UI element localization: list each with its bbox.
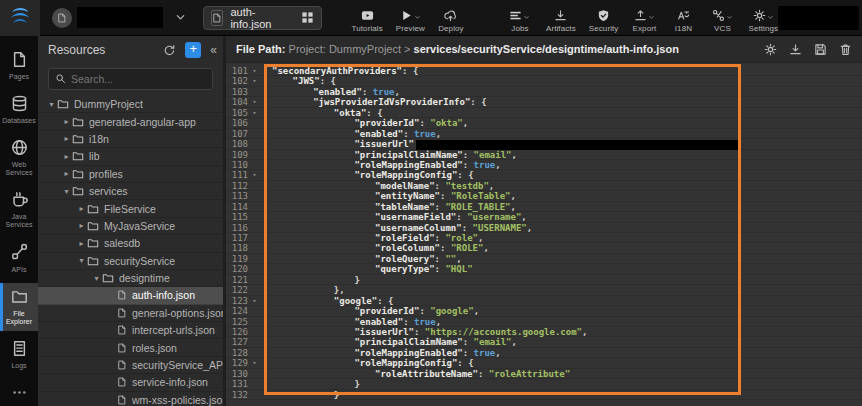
tree-item-general-options-json[interactable]: general-options.json	[38, 305, 223, 322]
code-line-118[interactable]: 118"roleColumn": "ROLE",	[226, 243, 862, 253]
code-line-124[interactable]: 124"providerId": "google",	[226, 306, 862, 316]
tree-item-securityservice-api-json[interactable]: securityService_API.json	[38, 357, 223, 374]
tree-item-profiles[interactable]: ▸profiles	[38, 166, 223, 183]
collapse-arrow-icon[interactable]: ▸	[76, 221, 87, 230]
breadcrumb-project[interactable]: Project: DummyProject >	[289, 43, 414, 55]
code-line-110[interactable]: 110"roleMappingEnabled": true,	[226, 160, 862, 170]
tree-item-service-info-json[interactable]: service-info.json	[38, 374, 223, 391]
search-input[interactable]	[71, 73, 206, 85]
code-line-128[interactable]: 128"roleMappingEnabled": true,	[226, 348, 862, 358]
tree-item-services[interactable]: ▾services	[38, 183, 223, 200]
fold-arrow-icon[interactable]: ▾	[248, 108, 261, 117]
code-editor[interactable]: 101▾"secondaryAuthProviders": {102▾"JWS"…	[226, 63, 862, 406]
collapse-arrow-icon[interactable]: ▸	[61, 134, 72, 143]
sidebar-item-more[interactable]: •••	[0, 379, 38, 406]
code-line-103[interactable]: 103"enabled": true,	[226, 87, 862, 97]
tree-item-myjavaservice[interactable]: ▸MyJavaService	[38, 218, 223, 235]
code-line-117[interactable]: 117"roleField": "role",	[226, 233, 862, 243]
code-line-116[interactable]: 116"usernameColumn": "USERNAME",	[226, 223, 862, 233]
file-settings-button[interactable]	[764, 43, 777, 56]
code-line-112[interactable]: 112"modelName": "testdb",	[226, 181, 862, 191]
save-file-button[interactable]	[814, 43, 827, 56]
sidebar-item-pages[interactable]: Pages	[0, 46, 38, 86]
fold-arrow-icon[interactable]: ▾	[248, 76, 261, 85]
tree-item-securityservice[interactable]: ▾securityService	[38, 253, 223, 270]
code-line-120[interactable]: 120"queryType": "HQL"	[226, 264, 862, 274]
add-resource-button[interactable]: +	[185, 42, 201, 58]
code-line-111[interactable]: 111▾"roleMappingConfig": {	[226, 170, 862, 180]
code-line-106[interactable]: 106"providerId": "okta",	[226, 118, 862, 128]
refresh-icon[interactable]	[163, 44, 176, 57]
download-file-button[interactable]	[789, 43, 802, 56]
code-line-107[interactable]: 107"enabled": true,	[226, 129, 862, 139]
toolbar-tutorials-button[interactable]: Tutorials	[352, 8, 383, 33]
tree-item-fileservice[interactable]: ▸FileService	[38, 200, 223, 217]
tree-item-auth-info-json[interactable]: auth-info.json	[38, 287, 223, 304]
expand-arrow-icon[interactable]: ▾	[46, 100, 57, 109]
code-line-126[interactable]: 126"issuerUrl": "https://accounts.google…	[226, 327, 862, 337]
collapse-arrow-icon[interactable]: ▸	[61, 169, 72, 178]
sidebar-item-logs[interactable]: Logs	[0, 335, 38, 375]
toolbar-export-button[interactable]: Export	[631, 8, 657, 33]
tree-item-intercept-urls-json[interactable]: intercept-urls.json	[38, 322, 223, 339]
tree-item-dummyproject[interactable]: ▾DummyProject	[38, 96, 223, 113]
toolbar-jobs-button[interactable]: Jobs	[507, 8, 533, 33]
sidebar-item-apis[interactable]: APIs	[0, 238, 38, 278]
fold-arrow-icon[interactable]: ▾	[248, 296, 261, 305]
toolbar-security-button[interactable]: Security	[589, 8, 619, 33]
code-line-131[interactable]: 131}	[226, 379, 862, 389]
code-line-123[interactable]: 123▾"google": {	[226, 296, 862, 306]
code-line-108[interactable]: 108"issuerUrl"	[226, 139, 862, 149]
code-line-114[interactable]: 114"tableName": "ROLE_TABLE",	[226, 202, 862, 212]
collapse-arrow-icon[interactable]: ▸	[76, 204, 87, 213]
tree-item-lib[interactable]: ▸lib	[38, 148, 223, 165]
sidebar-item-file-explorer[interactable]: File Explorer	[0, 283, 38, 331]
code-line-101[interactable]: 101▾"secondaryAuthProviders": {	[226, 66, 862, 76]
code-line-102[interactable]: 102▾"JWS": {	[226, 76, 862, 86]
expand-arrow-icon[interactable]: ▾	[76, 256, 87, 265]
project-selector[interactable]	[52, 7, 187, 28]
code-line-121[interactable]: 121}	[226, 275, 862, 285]
collapse-arrow-icon[interactable]: ▸	[76, 239, 87, 248]
code-line-104[interactable]: 104▾"jwsProviderIdVsProviderInfo": {	[226, 97, 862, 107]
collapse-panel-icon[interactable]: «	[210, 43, 217, 57]
sidebar-item-java-services[interactable]: Java Services	[0, 186, 38, 234]
tree-item-i18n[interactable]: ▸i18n	[38, 131, 223, 148]
toolbar-preview-button[interactable]: Preview	[396, 8, 425, 33]
code-line-119[interactable]: 119"roleQuery": "",	[226, 254, 862, 264]
expand-arrow-icon[interactable]: ▾	[91, 274, 102, 283]
collapse-arrow-icon[interactable]: ▸	[61, 117, 72, 126]
fold-arrow-icon[interactable]: ▾	[248, 358, 261, 367]
fold-arrow-icon[interactable]: ▾	[248, 170, 261, 179]
fold-arrow-icon[interactable]: ▾	[248, 97, 261, 106]
toolbar-i18n-button[interactable]: I18N	[670, 8, 696, 33]
code-line-130[interactable]: 130"roleAttributeName": "roleAttribute"	[226, 369, 862, 379]
delete-file-button[interactable]	[839, 43, 852, 56]
code-line-129[interactable]: 129▾"roleMappingConfig": {	[226, 358, 862, 368]
chevron-down-icon[interactable]	[174, 11, 187, 24]
grid-icon[interactable]	[301, 11, 314, 24]
toolbar-vcs-button[interactable]: VCS	[709, 8, 735, 33]
toolbar-artifacts-button[interactable]: Artifacts	[546, 8, 576, 33]
tree-item-designtime[interactable]: ▾designtime	[38, 270, 223, 287]
fold-arrow-icon[interactable]: ▾	[248, 66, 261, 75]
code-line-125[interactable]: 125"enabled": true,	[226, 317, 862, 327]
toolbar-settings-button[interactable]: Settings	[748, 8, 778, 33]
tree-item-roles-json[interactable]: roles.json	[38, 339, 223, 356]
file-tab[interactable]: auth-info.json	[203, 6, 322, 30]
code-line-105[interactable]: 105▾"okta": {	[226, 108, 862, 118]
tree-item-generated-angular-app[interactable]: ▸generated-angular-app	[38, 113, 223, 130]
sidebar-item-web-services[interactable]: Web Services	[0, 134, 38, 182]
app-logo[interactable]	[0, 0, 40, 36]
tree-item-wm-xss-policies-json[interactable]: wm-xss-policies.json	[38, 392, 223, 406]
code-line-113[interactable]: 113"entityName": "RoleTable",	[226, 191, 862, 201]
code-line-115[interactable]: 115"usernameField": "username",	[226, 212, 862, 222]
code-line-132[interactable]: 132}	[226, 390, 862, 400]
collapse-arrow-icon[interactable]: ▸	[61, 152, 72, 161]
tree-item-salesdb[interactable]: ▸salesdb	[38, 235, 223, 252]
code-line-122[interactable]: 122},	[226, 285, 862, 295]
code-line-127[interactable]: 127"principalClaimName": "email",	[226, 337, 862, 347]
code-line-109[interactable]: 109"principalClaimName": "email",	[226, 150, 862, 160]
expand-arrow-icon[interactable]: ▾	[61, 187, 72, 196]
sidebar-item-databases[interactable]: Databases	[0, 90, 38, 130]
